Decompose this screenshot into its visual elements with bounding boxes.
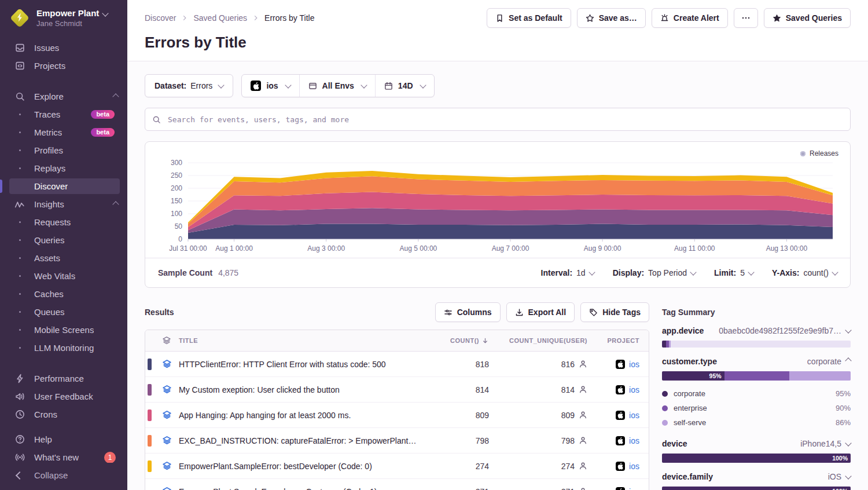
yaxis-selector[interactable]: Y-Axis:count() xyxy=(772,268,837,277)
facet-header[interactable]: app.device0baebc0de4982f1255f2e9e9fb7… xyxy=(662,326,851,335)
set-as-default-button[interactable]: Set as Default xyxy=(487,8,571,28)
sidebar-item-crons[interactable]: Crons xyxy=(0,405,127,423)
sidebar-item-metrics[interactable]: Metricsbeta xyxy=(0,123,127,141)
stack-icon[interactable] xyxy=(155,436,179,445)
project-link[interactable]: ios xyxy=(587,385,649,394)
error-title-link[interactable]: My Custom exeption: User clicked the but… xyxy=(179,385,425,394)
more-options-button[interactable] xyxy=(734,8,758,28)
sidebar-item-insights[interactable]: Insights xyxy=(0,195,127,213)
sidebar-item-label: Help xyxy=(34,434,52,444)
org-switcher[interactable]: Empower Plant Jane Schmidt xyxy=(0,0,127,33)
environment-filter[interactable]: All Envs xyxy=(299,75,375,97)
results-heading: Results xyxy=(145,308,174,317)
sidebar-item-discover[interactable]: Discover xyxy=(0,177,127,195)
facet-distribution-bar: 100% xyxy=(662,454,851,463)
sidebar-item-queues[interactable]: Queues xyxy=(0,303,127,321)
stack-icon[interactable] xyxy=(155,410,179,420)
sidebar-item-replays[interactable]: Replays xyxy=(0,159,127,177)
project-link[interactable]: ios xyxy=(587,462,649,471)
facet-header[interactable]: customer.typecorporate xyxy=(662,357,851,366)
breadcrumb-discover[interactable]: Discover xyxy=(145,13,176,23)
create-alert-button[interactable]: Create Alert xyxy=(652,8,728,28)
sidebar-item-profiles[interactable]: Profiles xyxy=(0,141,127,159)
error-title-link[interactable]: EXC_BAD_INSTRUCTION: captureFatalError: … xyxy=(179,436,425,445)
sidebar-item-assets[interactable]: Assets xyxy=(0,249,127,267)
sidebar-item-traces[interactable]: Tracesbeta xyxy=(0,105,127,123)
facet-name: customer.type xyxy=(662,357,717,366)
saved-queries-button[interactable]: Saved Queries xyxy=(764,8,851,28)
error-title-link[interactable]: EmpowerPlant.SampleError: happyCustomer … xyxy=(179,487,425,490)
limit-selector[interactable]: Limit:5 xyxy=(714,268,753,277)
sidebar-item-what-s-new[interactable]: What's new1 xyxy=(0,448,127,463)
column-header-count[interactable]: COUNT() xyxy=(425,337,489,345)
project-link[interactable]: ios xyxy=(587,487,649,490)
hide-tags-button[interactable]: Hide Tags xyxy=(580,302,649,322)
facet-header[interactable]: device.familyiOS xyxy=(662,472,851,481)
sidebar-item-help[interactable]: Help xyxy=(0,430,127,448)
notification-badge: 1 xyxy=(104,452,116,463)
sidebar-item-label: Caches xyxy=(34,289,64,299)
search-input[interactable] xyxy=(167,115,843,125)
sidebar-item-user-feedback[interactable]: User Feedback xyxy=(0,387,127,405)
project-link[interactable]: ios xyxy=(587,436,649,445)
project-link[interactable]: ios xyxy=(587,411,649,420)
stack-icon[interactable] xyxy=(155,487,179,490)
facet-item[interactable]: enterprise90% xyxy=(662,401,851,415)
svg-text:Aug 1 00:00: Aug 1 00:00 xyxy=(215,244,253,253)
insights-icon xyxy=(14,199,25,210)
facet-item[interactable]: self-serve86% xyxy=(662,415,851,430)
sidebar-item-explore[interactable]: Explore xyxy=(0,87,127,105)
svg-text:Jul 31 00:00: Jul 31 00:00 xyxy=(169,244,207,253)
sidebar-item-mobile-screens[interactable]: Mobile Screens xyxy=(0,321,127,339)
stack-icon[interactable] xyxy=(155,385,179,394)
facet-value-dropdown[interactable]: iPhone14,5 xyxy=(800,439,851,448)
table-header: TITLE COUNT() COUNT_UNIQUE(USER) PROJECT xyxy=(145,330,649,352)
count-unique-value: 814 xyxy=(489,385,587,394)
sidebar-collapse-button[interactable]: Collapse xyxy=(0,463,127,490)
bookmark-icon xyxy=(495,14,504,23)
export-all-button[interactable]: Export All xyxy=(506,302,575,322)
facet-value-dropdown[interactable]: corporate xyxy=(807,357,851,366)
error-title-link[interactable]: HTTPClientError: HTTP Client Error with … xyxy=(179,360,425,369)
facet-item[interactable]: corporate95% xyxy=(662,386,851,401)
facet-value-dropdown[interactable]: iOS xyxy=(828,472,851,481)
sidebar-item-requests[interactable]: Requests xyxy=(0,213,127,231)
sidebar-item-issues[interactable]: Issues xyxy=(0,39,127,57)
save-as-button[interactable]: Save as… xyxy=(577,8,646,28)
error-title-link[interactable]: App Hanging: App hanging for at least 20… xyxy=(179,411,425,420)
sidebar-item-llm-monitoring[interactable]: LLM Monitoring xyxy=(0,339,127,357)
columns-button[interactable]: Columns xyxy=(435,302,501,322)
sidebar-spacer xyxy=(0,75,127,87)
count-unique-value: 816 xyxy=(489,360,587,369)
project-link[interactable]: ios xyxy=(587,360,649,369)
display-selector[interactable]: Display:Top Period xyxy=(613,268,696,277)
apple-icon xyxy=(616,411,625,420)
sidebar-item-web-vitals[interactable]: Web Vitals xyxy=(0,267,127,285)
apple-icon xyxy=(616,385,625,394)
error-title-link[interactable]: EmpowerPlant.SampleError: bestDeveloper … xyxy=(179,462,425,471)
column-header-count-unique[interactable]: COUNT_UNIQUE(USER) xyxy=(489,337,587,344)
table-row: HTTPClientError: HTTP Client Error with … xyxy=(145,352,649,376)
sidebar-item-caches[interactable]: Caches xyxy=(0,285,127,303)
sidebar-item-queries[interactable]: Queries xyxy=(0,231,127,249)
dataset-selector[interactable]: Dataset: Errors xyxy=(145,74,233,97)
date-range-filter[interactable]: 14D xyxy=(375,75,434,97)
stack-icon[interactable] xyxy=(155,359,179,369)
interval-selector[interactable]: Interval:1d xyxy=(541,268,594,277)
chart-panel: Releases 050100150200250300Jul 31 00:00A… xyxy=(145,141,851,288)
breadcrumb-saved-queries[interactable]: Saved Queries xyxy=(193,13,247,23)
sidebar-item-projects[interactable]: Projects xyxy=(0,57,127,75)
column-header-title[interactable]: TITLE xyxy=(179,337,425,344)
sidebar-nav: IssuesProjectsExploreTracesbetaMetricsbe… xyxy=(0,33,127,463)
project-filter[interactable]: ios xyxy=(242,75,299,97)
series-color-chip xyxy=(145,384,155,396)
stack-icon[interactable] xyxy=(155,461,179,471)
svg-text:300: 300 xyxy=(171,159,182,167)
releases-legend-toggle[interactable]: Releases xyxy=(800,149,838,158)
facet-value-dropdown[interactable]: 0baebc0de4982f1255f2e9e9fb7… xyxy=(719,326,851,335)
facet-header[interactable]: deviceiPhone14,5 xyxy=(662,439,851,448)
sidebar-item-performance[interactable]: Performance xyxy=(0,370,127,387)
star-icon xyxy=(586,14,594,23)
apple-icon xyxy=(616,436,625,445)
column-header-project[interactable]: PROJECT xyxy=(587,337,649,344)
